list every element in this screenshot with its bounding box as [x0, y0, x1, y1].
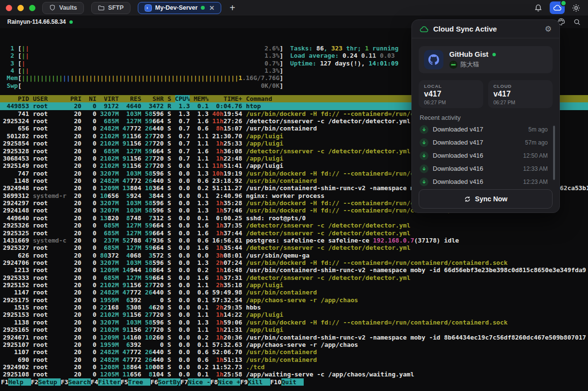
activity-label: Downloaded v416 [433, 152, 519, 159]
process-row[interactable]: 2925152 root 20 0 2102M 91156 27720 S 0.… [0, 281, 588, 289]
process-row[interactable]: 1431669 systemd-c 20 0 237M 52788 47936 … [0, 237, 588, 244]
cloud-label: CLOUD [493, 83, 547, 89]
process-row[interactable]: 2925107 root 20 0 1959M 6392 0 S 0.0 0.1… [0, 341, 588, 348]
process-row[interactable]: 2925108 root 20 0 1205M 11656 8104 S 0.0… [0, 371, 588, 378]
column-header-user[interactable]: USER [33, 95, 66, 102]
server-online-dot [69, 20, 73, 24]
notifications-bell-icon[interactable] [534, 4, 542, 12]
cloud-sync-panel: Cloud Sync Active ⚙ GitHub Gist [411, 19, 560, 213]
search-icon[interactable] [573, 18, 581, 26]
process-row[interactable]: 1213 root 20 0 1209M 14944 10864 S 0.0 0… [0, 266, 588, 274]
process-row[interactable]: 2924902 root 20 0 1208M 18864 10008 S 0.… [0, 363, 588, 371]
fkey[interactable]: F10 [270, 378, 281, 386]
process-row[interactable]: 690 root 20 0 2482M 47772 26440 S 0.0 0.… [0, 356, 588, 363]
brightness-sun-icon[interactable] [572, 4, 580, 12]
sync-provider-card[interactable]: GitHub Gist 陈大猫 [419, 46, 553, 73]
fkey-bar: F1Help F2Setup F3SearchF4FilterF5Tree F6… [0, 378, 588, 386]
sync-active-badge [560, 0, 567, 6]
process-row[interactable]: 1147 root 20 0 2482M 47772 26440 S 0.0 0… [0, 289, 588, 296]
column-header-cpu[interactable]: CPU% [175, 95, 190, 102]
fkey[interactable]: F7 [180, 378, 188, 386]
recent-activity-label: Recent activity [420, 114, 461, 121]
download-arrow-icon [420, 178, 428, 186]
maximize-window-button[interactable] [29, 5, 35, 11]
sync-now-button[interactable]: Sync Now [419, 189, 553, 209]
fkey[interactable]: F9 [240, 378, 247, 386]
fkey-label[interactable]: Tree [128, 378, 150, 386]
activity-label: Downloaded v416 [433, 165, 519, 172]
column-header-s[interactable]: S [167, 95, 171, 102]
process-row[interactable]: 2925327 root 20 0 685M 127M 59664 S 0.0 … [0, 244, 588, 251]
process-row[interactable]: 2924706 root 20 0 3207M 103M 58596 S 0.0… [0, 259, 588, 266]
cpu-meter: 4 [|| 1.3%] [3, 67, 283, 74]
tab-my-dev-server[interactable]: My-Dev-Server ✕ [138, 2, 221, 14]
fkey-label[interactable]: Kill [248, 378, 270, 386]
fkey[interactable]: F3 [61, 378, 68, 386]
fkey[interactable]: F2 [31, 378, 38, 386]
process-row[interactable]: 1515 root 20 0 22168 5308 4620 S 0.0 0.1… [0, 304, 588, 311]
minimize-window-button[interactable] [17, 5, 24, 11]
github-icon [424, 50, 443, 69]
column-header-mem[interactable]: MEM% [194, 95, 209, 102]
column-header-shr[interactable]: SHR [145, 95, 164, 102]
tab-label: My-Dev-Server [155, 4, 198, 11]
fkey-label[interactable]: Quit [281, 378, 304, 386]
server-name: Rainyun-114.66.58.34 [7, 18, 66, 25]
activity-scrollbar[interactable] [553, 126, 555, 180]
process-row[interactable]: 2925165 root 20 0 2102M 91156 27720 S 0.… [0, 326, 588, 333]
process-row[interactable]: 2925326 root 20 0 685M 127M 59664 S 0.0 … [0, 222, 588, 229]
window-controls [0, 5, 42, 11]
memory-meter: Mem[||||||||||||||||||||||||||||||||||||… [3, 74, 283, 81]
cloud-time: 06:27 PM [493, 99, 547, 105]
column-header-res[interactable]: RES [123, 95, 142, 102]
column-header-pri[interactable]: PRI [70, 95, 82, 102]
fkey-label[interactable]: SortBy [158, 378, 180, 386]
column-header-time[interactable]: TIME+ [212, 95, 243, 102]
settings-gear-icon[interactable]: ⚙ [545, 24, 552, 33]
column-header-virt[interactable]: VIRT [100, 95, 119, 102]
fkey-label[interactable]: Nice - [188, 378, 210, 386]
fkey[interactable]: F8 [211, 378, 218, 386]
column-header-ni[interactable]: NI [85, 95, 97, 102]
activity-item: Downloaded v41612:23 AM [420, 175, 552, 188]
activity-item: Downloaded v41612:50 AM [420, 149, 552, 162]
fkey-label[interactable]: Nice + [218, 378, 240, 386]
fkey-label[interactable]: Setup [38, 378, 61, 386]
panel-header: Cloud Sync Active ⚙ [412, 20, 559, 38]
activity-label: Downloaded v417 [433, 126, 524, 133]
activity-label: Downloaded v416 [433, 178, 519, 185]
fkey[interactable]: F1 [1, 378, 8, 386]
close-tab-icon[interactable]: ✕ [209, 4, 214, 12]
process-row[interactable]: 626 root 20 0 80372 4068 3572 S 0.0 0.0 … [0, 252, 588, 259]
activity-time: 5m ago [528, 126, 548, 133]
tab-vaults[interactable]: Vaults [42, 2, 84, 14]
fkey-label[interactable]: Search [68, 378, 91, 386]
download-arrow-icon [420, 138, 428, 147]
process-row[interactable]: 2924671 root 20 0 1209M 14160 10260 S 0.… [0, 334, 588, 341]
new-tab-button[interactable]: + [229, 2, 235, 14]
column-header-pid[interactable]: PID [3, 95, 29, 102]
process-row[interactable]: 1138 root 20 0 3207M 103M 58596 S 0.0 1.… [0, 319, 588, 326]
fkey-label[interactable]: Filter [98, 378, 120, 386]
process-row[interactable]: 1107 root 20 0 2482M 47772 26440 S 0.0 0… [0, 348, 588, 356]
fkey[interactable]: F5 [121, 378, 128, 386]
process-row[interactable]: 2925325 root 20 0 685M 127M 59664 S 0.0 … [0, 229, 588, 237]
fkey[interactable]: F4 [91, 378, 98, 386]
panel-title: Cloud Sync Active [433, 25, 540, 33]
fkey-label[interactable]: Help [8, 378, 31, 386]
download-arrow-icon [420, 125, 428, 134]
tab-sftp[interactable]: SFTP [91, 2, 131, 14]
cloud-sync-button[interactable] [550, 1, 565, 14]
fkey[interactable]: F6 [150, 378, 158, 386]
activity-label: Downloaded v417 [433, 139, 521, 146]
cloud-version: v417 [493, 90, 547, 98]
shield-icon [49, 4, 56, 11]
activity-list: Downloaded v4175m agoDownloaded v41757m … [420, 123, 552, 188]
column-header-command[interactable]: Command [246, 95, 272, 102]
process-row[interactable]: 2925175 root 20 0 1959M 6392 0 S 0.0 0.1… [0, 296, 588, 304]
process-row[interactable]: 2925153 root 20 0 2102M 91156 27720 S 0.… [0, 311, 588, 318]
process-row[interactable]: 2925333 root 20 0 685M 127M 59664 S 0.0 … [0, 274, 588, 281]
process-row[interactable]: 449640 root 20 0 13820 8748 7312 S 0.0 0… [0, 214, 588, 222]
activity-item: Downloaded v4175m ago [420, 123, 552, 136]
close-window-button[interactable] [6, 5, 12, 11]
